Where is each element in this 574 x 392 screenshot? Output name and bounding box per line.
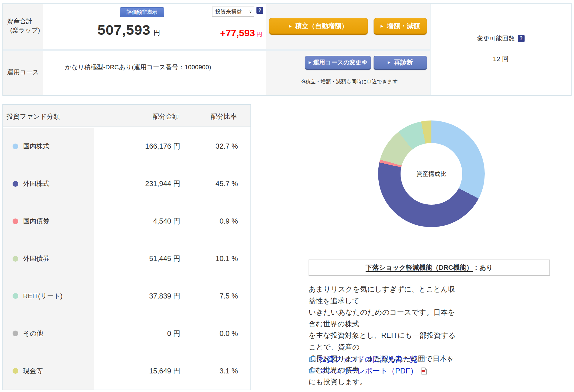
row-ratio: 3.1 % xyxy=(180,367,238,375)
row-divider xyxy=(3,49,430,51)
row-ratio: 45.7 % xyxy=(180,180,238,188)
profit-loss-unit: 円 xyxy=(256,31,262,37)
row-ratio: 7.5 % xyxy=(180,292,238,300)
table-row: 国内債券 4,540 円 0.9 % xyxy=(3,203,250,240)
total-assets-label-line1: 資産合計 xyxy=(7,17,43,26)
tsumitate-button[interactable]: ▶ 積立（自動増額） xyxy=(269,18,368,35)
row-ratio: 10.1 % xyxy=(180,254,238,263)
hide-valuation-button[interactable]: 評価額非表示 xyxy=(120,7,164,17)
domestic-stock-dot-icon xyxy=(13,144,18,149)
table-row: 外国債券 51,445 円 10.1 % xyxy=(3,240,250,278)
header-ratio: 配分比率 xyxy=(186,112,261,121)
cash-dot-icon xyxy=(13,368,18,374)
table-row: REIT(リート) 37,839 円 7.5 % xyxy=(3,277,250,315)
row-label: REIT(リート) xyxy=(23,292,63,301)
total-unit: 円 xyxy=(153,29,160,36)
header-fund-class: 投資ファンド分類 xyxy=(7,112,60,121)
change-count-label: 変更可能回数 xyxy=(477,34,515,43)
row-label: 国内株式 xyxy=(23,142,49,151)
rakuwrap-asset-page: 資産合計 (楽ラップ) 評価額非表示 507,593円 投資来損益 ∨ ? +7… xyxy=(0,0,574,392)
profit-loss-select[interactable]: 投資来損益 ∨ xyxy=(212,7,254,16)
arrow-right-icon: ▶ xyxy=(289,24,291,28)
row-amount: 0 円 xyxy=(94,329,180,338)
table-row: 外国株式 231,944 円 45.7 % xyxy=(3,165,250,203)
row-amount: 4,540 円 xyxy=(94,216,180,226)
row-ratio: 0.0 % xyxy=(180,329,238,338)
row-amount: 15,649 円 xyxy=(94,366,180,376)
domestic-bond-dot-icon xyxy=(13,218,18,224)
arrow-right-icon: ▶ xyxy=(309,61,311,64)
help-icon-profit-loss[interactable]: ? xyxy=(256,7,263,14)
rediagnose-button-label: 再診断 xyxy=(394,58,413,67)
row-amount: 51,445 円 xyxy=(94,254,180,263)
help-icon-change-count[interactable]: ? xyxy=(518,35,525,42)
external-window-icon xyxy=(309,368,315,374)
arrow-right-icon: ▶ xyxy=(380,24,383,28)
course-change-button-label: 運用コースの変更※ xyxy=(313,58,367,67)
asset-composition-donut-chart: 資産構成比 xyxy=(378,120,485,227)
prospectus-link-row: 投資ファンドの目論見書一覧 xyxy=(309,354,417,364)
total-amount: 507,593 xyxy=(98,22,151,38)
profit-loss-amount: +77,593 xyxy=(220,28,255,38)
course-label: 運用コース xyxy=(3,51,43,95)
donut-center-label: 資産構成比 xyxy=(401,143,462,205)
profit-loss-selected: 投資来損益 xyxy=(215,8,242,15)
pdf-file-icon xyxy=(421,367,427,375)
change-count-value: 12 回 xyxy=(493,55,509,64)
chevron-down-icon: ∨ xyxy=(249,9,252,14)
foreign-stock-dot-icon xyxy=(13,181,18,187)
rediagnose-button[interactable]: ▶ 再診断 xyxy=(374,56,427,70)
row-label: 外国株式 xyxy=(23,179,49,188)
zougen-button-label: 増額・減額 xyxy=(387,22,420,31)
other-dot-icon xyxy=(13,331,18,336)
external-window-icon xyxy=(309,356,315,362)
drc-feature-value: ：あり xyxy=(473,263,493,272)
course-change-button[interactable]: ▶ 運用コースの変更※ xyxy=(305,56,371,70)
zougen-button[interactable]: ▶ 増額・減額 xyxy=(374,18,427,35)
tsumitate-button-label: 積立（自動増額） xyxy=(295,22,348,31)
course-note: ※積立・増額・減額も同時に申込できます xyxy=(301,78,398,85)
reit-dot-icon xyxy=(13,293,18,299)
prospectus-link[interactable]: 投資ファンドの目論見書一覧 xyxy=(319,354,417,364)
arrow-right-icon: ▶ xyxy=(388,61,390,64)
row-ratio: 32.7 % xyxy=(180,142,238,150)
row-ratio: 0.9 % xyxy=(180,217,238,225)
row-label: その他 xyxy=(23,329,43,338)
allocation-table: 投資ファンド分類 配分金額 配分比率 国内株式 166,176 円 32.7 %… xyxy=(2,104,251,390)
summary-panel: 資産合計 (楽ラップ) 評価額非表示 507,593円 投資来損益 ∨ ? +7… xyxy=(2,3,430,96)
monthly-report-link[interactable]: マンスリーレポート（PDF） xyxy=(319,366,418,376)
row-amount: 37,839 円 xyxy=(94,291,180,301)
table-row: 国内株式 166,176 円 32.7 % xyxy=(3,128,250,165)
row-amount: 166,176 円 xyxy=(94,141,180,151)
row-label: 国内債券 xyxy=(23,217,49,226)
row-amount: 231,944 円 xyxy=(94,179,180,189)
row-label: 現金等 xyxy=(23,367,43,376)
allocation-table-header: 投資ファンド分類 配分金額 配分比率 xyxy=(3,105,250,127)
drc-feature-box: 下落ショック軽減機能（DRC機能）：あり xyxy=(309,260,550,276)
monthly-report-link-row: マンスリーレポート（PDF） xyxy=(309,366,427,376)
table-row: その他 0 円 0.0 % xyxy=(3,315,250,352)
total-assets-label: 資産合計 (楽ラップ) xyxy=(3,4,43,49)
drc-feature-title: 下落ショック軽減機能（DRC機能） xyxy=(366,263,473,272)
table-row: 現金等 15,649 円 3.1 % xyxy=(3,352,250,390)
row-label: 外国債券 xyxy=(23,254,49,263)
allocation-table-body: 国内株式 166,176 円 32.7 % 外国株式 231,944 円 45.… xyxy=(3,128,250,390)
foreign-bond-dot-icon xyxy=(13,256,18,262)
total-assets-label-line2: (楽ラップ) xyxy=(7,26,43,35)
course-value: かなり積極型-DRCあり(運用コース番号：1000900) xyxy=(65,63,211,71)
profit-loss-value: +77,593円 xyxy=(165,28,262,39)
change-count-panel: 変更可能回数 ? 12 回 xyxy=(430,3,572,96)
